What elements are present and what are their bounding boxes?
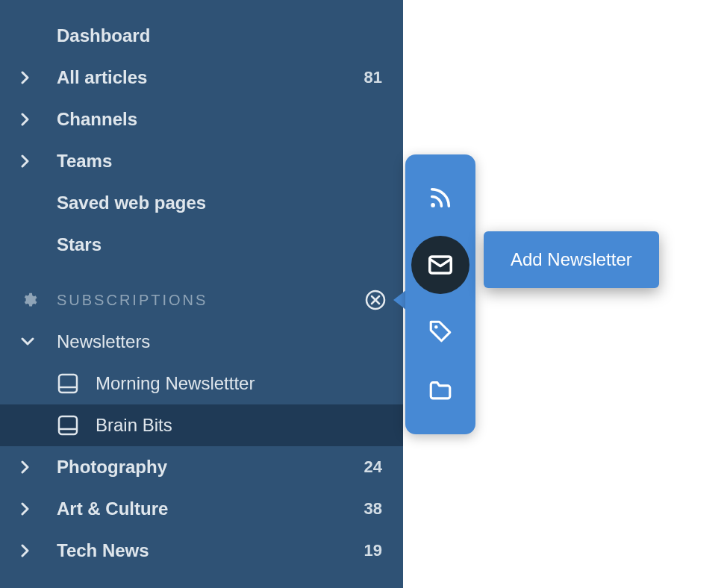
tooltip-text: Add Newsletter	[511, 249, 632, 269]
sidebar-item-count: 81	[364, 68, 382, 87]
svg-rect-1	[59, 375, 77, 392]
sidebar-item-label: Stars	[57, 234, 382, 255]
sidebar-item-label: Photography	[57, 457, 364, 478]
add-tag-button[interactable]	[419, 310, 462, 353]
add-newsletter-button[interactable]	[411, 236, 469, 294]
chevron-right-icon	[21, 502, 57, 516]
gear-icon[interactable]	[21, 292, 57, 308]
chevron-right-icon	[21, 460, 57, 474]
sidebar-item-channels[interactable]: Channels	[0, 98, 403, 140]
sidebar-item-tech-news[interactable]: Tech News 19	[0, 530, 403, 572]
sidebar-item-dashboard[interactable]: Dashboard	[0, 15, 403, 57]
sidebar-item-stars[interactable]: Stars	[0, 224, 403, 266]
sidebar-item-label: Newsletters	[57, 331, 382, 352]
sidebar-item-newsletters[interactable]: Newsletters	[0, 321, 403, 363]
chevron-right-icon	[21, 71, 57, 84]
newsletter-item-morning[interactable]: Morning Newslettter	[0, 363, 403, 404]
sidebar: Dashboard All articles 81 Channels Teams…	[0, 0, 403, 588]
sidebar-item-teams[interactable]: Teams	[0, 140, 403, 182]
add-newsletter-tooltip: Add Newsletter	[484, 231, 659, 288]
sidebar-item-label: All articles	[57, 67, 364, 88]
chevron-down-icon	[21, 337, 57, 346]
sidebar-item-count: 19	[364, 541, 382, 560]
svg-point-3	[431, 203, 435, 207]
sidebar-item-label: Channels	[57, 109, 382, 130]
sidebar-item-art-culture[interactable]: Art & Culture 38	[0, 488, 403, 530]
add-rss-button[interactable]	[419, 176, 462, 219]
chevron-right-icon	[21, 154, 57, 168]
inbox-icon	[57, 372, 96, 395]
newsletter-item-brain-bits[interactable]: Brain Bits	[0, 404, 403, 446]
chevron-right-icon	[21, 544, 57, 557]
newsletter-item-label: Morning Newslettter	[96, 373, 255, 394]
svg-rect-2	[59, 416, 77, 434]
add-action-panel	[405, 154, 475, 434]
sidebar-item-count: 38	[364, 499, 382, 519]
sidebar-item-label: Dashboard	[57, 25, 382, 46]
newsletter-item-label: Brain Bits	[96, 415, 172, 436]
sidebar-item-label: Art & Culture	[57, 498, 364, 519]
subscriptions-section-header: SUBSCRIPTIONS	[0, 279, 403, 321]
sidebar-item-label: Teams	[57, 151, 382, 172]
sidebar-item-count: 24	[364, 457, 382, 477]
close-circle-icon[interactable]	[364, 289, 387, 311]
inbox-icon	[57, 414, 96, 437]
sidebar-item-label: Saved web pages	[57, 193, 382, 213]
sidebar-item-all-articles[interactable]: All articles 81	[0, 57, 403, 98]
sidebar-item-photography[interactable]: Photography 24	[0, 446, 403, 488]
section-title: SUBSCRIPTIONS	[57, 292, 364, 309]
sidebar-item-label: Tech News	[57, 540, 364, 561]
chevron-right-icon	[21, 113, 57, 126]
add-folder-button[interactable]	[419, 369, 462, 413]
sidebar-item-saved-web-pages[interactable]: Saved web pages	[0, 182, 403, 224]
svg-point-5	[434, 325, 438, 329]
